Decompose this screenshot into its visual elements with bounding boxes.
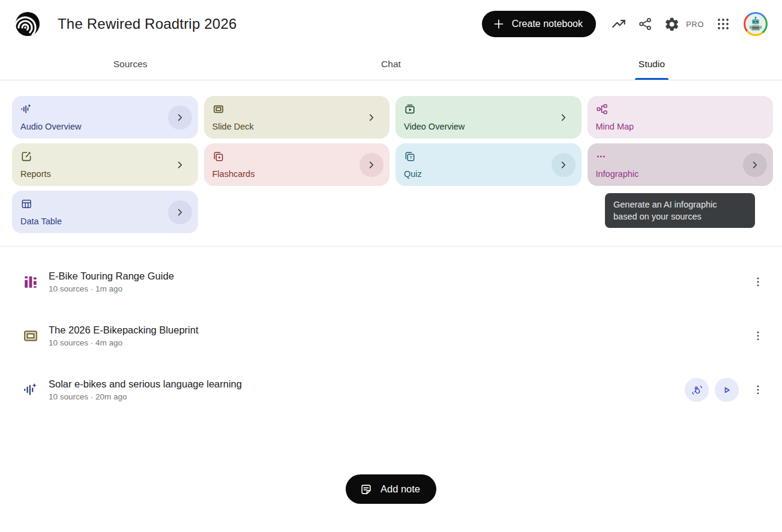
app-header: The Rewired Roadtrip 2026 Create noteboo…	[0, 0, 782, 48]
chevron-right-icon	[365, 159, 377, 171]
artifact-title: E-Bike Touring Range Guide	[49, 270, 174, 282]
svg-text:?: ?	[409, 155, 412, 160]
artifact-row-infographic[interactable]: E-Bike Touring Range Guide 10 sources · …	[0, 255, 782, 309]
infographic-tooltip: Generate an AI infographic based on your…	[605, 193, 755, 228]
create-notebook-button[interactable]: Create notebook	[482, 11, 596, 37]
chevron-right-icon	[749, 159, 761, 171]
settings-button[interactable]	[658, 11, 685, 37]
gear-icon	[664, 16, 680, 32]
artifact-more-menu-button[interactable]	[750, 324, 766, 348]
add-note-label: Add note	[380, 483, 420, 495]
data-table-icon	[20, 198, 32, 210]
card-infographic[interactable]: Infographic	[588, 143, 774, 186]
reports-sparkle-icon	[20, 151, 32, 163]
card-label: Video Overview	[404, 122, 573, 131]
plus-icon	[493, 18, 505, 30]
slide-deck-icon	[23, 328, 38, 344]
analytics-button[interactable]	[606, 11, 632, 37]
card-data-table[interactable]: Data Table	[12, 191, 198, 233]
flashcards-icon	[212, 151, 224, 163]
open-infographic-button[interactable]	[743, 153, 767, 177]
artifact-row-audio-overview[interactable]: Solar e-bikes and serious language learn…	[0, 363, 782, 417]
card-label: Audio Overview	[20, 122, 190, 131]
video-overview-icon	[404, 103, 416, 115]
card-label: Reports	[20, 169, 190, 179]
card-label: Quiz	[404, 169, 573, 179]
open-reports-button[interactable]	[168, 153, 192, 177]
tooltip-line-1: Generate an AI infographic	[613, 199, 747, 211]
card-audio-overview[interactable]: Audio Overview	[12, 96, 198, 139]
kebab-menu-icon	[752, 384, 764, 396]
panel-tabs: Sources Chat Studio	[0, 48, 782, 80]
chevron-right-icon	[174, 112, 186, 124]
open-flashcards-button[interactable]	[359, 153, 383, 177]
artifact-title: The 2026 E-Bikepacking Blueprint	[49, 324, 198, 336]
tab-chat[interactable]: Chat	[260, 48, 521, 80]
card-reports[interactable]: Reports	[12, 143, 198, 186]
card-quiz[interactable]: ? Quiz	[396, 143, 582, 186]
share-icon	[638, 17, 652, 31]
quiz-icon: ?	[404, 151, 416, 163]
notebooklm-logo-icon[interactable]	[16, 12, 40, 36]
interactive-mode-button[interactable]	[685, 378, 709, 402]
card-label: Mind Map	[596, 122, 765, 131]
add-note-button[interactable]: Add note	[346, 474, 436, 504]
artifact-meta: 10 sources · 4m ago	[49, 338, 198, 347]
pro-badge: PRO	[686, 20, 704, 29]
open-quiz-button[interactable]	[552, 153, 576, 177]
artifact-title: Solar e-bikes and serious language learn…	[49, 378, 242, 390]
card-slide-deck[interactable]: Slide Deck	[204, 96, 390, 139]
artifact-row-slide-deck[interactable]: The 2026 E-Bikepacking Blueprint 10 sour…	[0, 309, 782, 363]
open-video-overview-button[interactable]	[552, 106, 576, 130]
card-label: Slide Deck	[212, 122, 382, 131]
open-audio-overview-button[interactable]	[168, 106, 192, 130]
card-label: Flashcards	[212, 169, 382, 179]
chevron-right-icon	[558, 159, 570, 171]
card-mind-map[interactable]: Mind Map	[588, 96, 774, 139]
chevron-right-icon	[174, 206, 186, 218]
waving-hand-icon	[691, 384, 703, 396]
tab-sources[interactable]: Sources	[0, 48, 260, 80]
create-notebook-label: Create notebook	[512, 19, 583, 29]
audio-waveform-sparkle-icon	[23, 382, 38, 398]
share-button[interactable]	[632, 11, 658, 37]
tooltip-line-2: based on your sources	[613, 211, 747, 223]
apps-grid-icon	[716, 17, 730, 31]
slide-deck-icon	[212, 103, 224, 115]
notebook-title[interactable]: The Rewired Roadtrip 2026	[58, 16, 237, 32]
tab-studio[interactable]: Studio	[522, 48, 782, 80]
loading-dots-icon	[596, 151, 608, 163]
artifact-more-menu-button[interactable]	[750, 270, 766, 294]
card-label: Infographic	[596, 169, 765, 179]
open-data-table-button[interactable]	[168, 200, 192, 224]
trending-up-icon	[611, 16, 627, 32]
chevron-right-icon	[558, 112, 570, 124]
kebab-menu-icon	[752, 330, 764, 342]
google-apps-button[interactable]	[710, 11, 736, 37]
play-audio-button[interactable]	[715, 378, 739, 402]
chevron-right-icon	[174, 159, 186, 171]
play-icon	[721, 384, 733, 396]
card-video-overview[interactable]: Video Overview	[396, 96, 582, 139]
avatar-robot-image	[745, 14, 766, 34]
account-avatar[interactable]	[744, 12, 768, 36]
artifact-more-menu-button[interactable]	[750, 378, 766, 402]
audio-waveform-sparkle-icon	[20, 103, 32, 115]
chevron-right-icon	[365, 112, 377, 124]
note-icon	[359, 483, 373, 496]
artifact-meta: 10 sources · 1m ago	[49, 284, 174, 293]
card-label: Data Table	[20, 217, 190, 226]
card-flashcards[interactable]: Flashcards	[204, 143, 390, 186]
artifact-list: E-Bike Touring Range Guide 10 sources · …	[0, 247, 782, 417]
artifact-meta: 10 sources · 20m ago	[49, 392, 242, 401]
open-slide-deck-button[interactable]	[359, 106, 383, 130]
infographic-bars-icon	[23, 274, 38, 290]
mind-map-icon	[596, 103, 608, 115]
kebab-menu-icon	[752, 276, 764, 288]
